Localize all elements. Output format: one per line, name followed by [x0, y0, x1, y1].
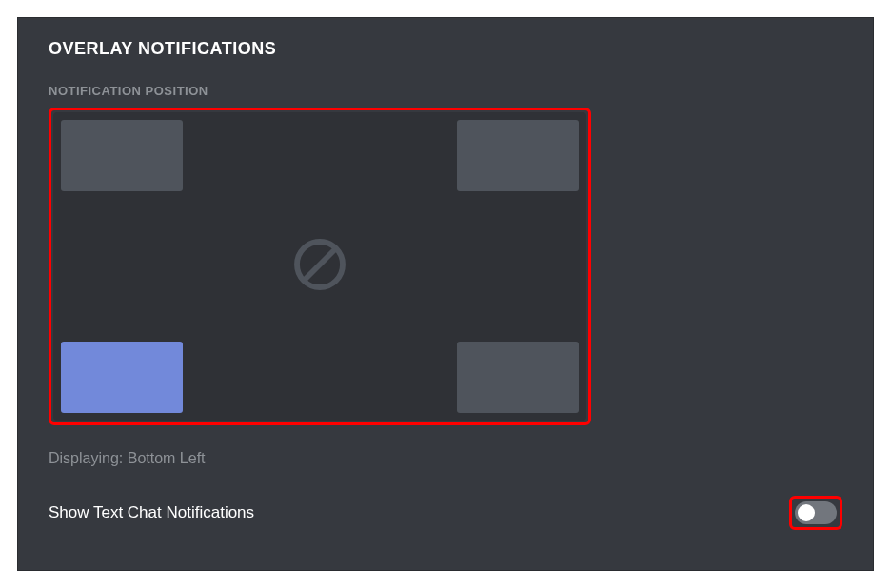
position-disable[interactable] [289, 236, 350, 297]
displaying-text: Displaying: Bottom Left [49, 450, 842, 467]
toggle-highlight [789, 496, 842, 530]
position-bottom-right[interactable] [457, 342, 579, 413]
position-picker-highlight [49, 108, 591, 425]
toggle-knob [798, 504, 815, 521]
show-text-chat-notifications-row: Show Text Chat Notifications [49, 496, 842, 530]
notification-position-picker [53, 112, 586, 421]
position-top-left[interactable] [61, 120, 183, 191]
section-title: OVERLAY NOTIFICATIONS [49, 39, 842, 59]
disable-icon [289, 234, 350, 299]
notification-position-label: NOTIFICATION POSITION [49, 84, 842, 98]
overlay-notifications-panel: OVERLAY NOTIFICATIONS NOTIFICATION POSIT… [17, 17, 874, 571]
show-text-chat-notifications-toggle[interactable] [795, 501, 837, 524]
position-bottom-left[interactable] [61, 342, 183, 413]
show-text-chat-notifications-label: Show Text Chat Notifications [49, 503, 254, 522]
position-top-right[interactable] [457, 120, 579, 191]
svg-line-1 [305, 249, 335, 280]
